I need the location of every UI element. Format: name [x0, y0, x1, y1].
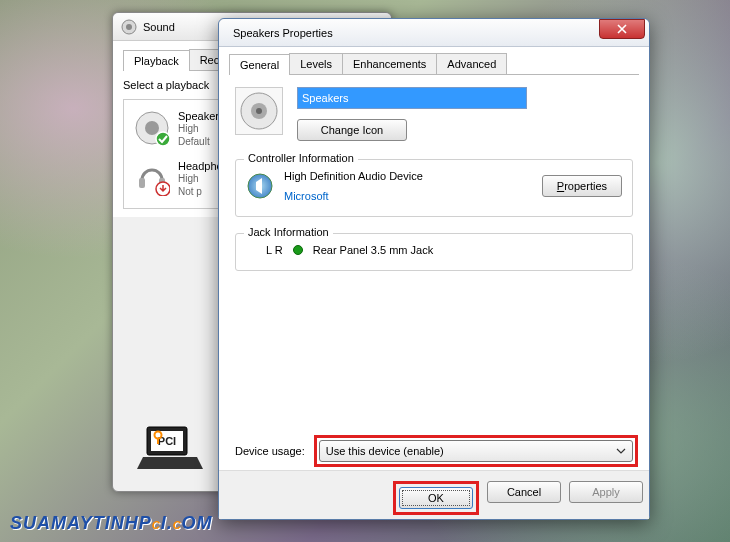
speakers-device-icon	[134, 110, 170, 146]
watermark-laptop-icon: PCI	[135, 422, 205, 477]
vendor-link[interactable]: Microsoft	[284, 190, 532, 202]
tab-advanced[interactable]: Advanced	[436, 53, 507, 74]
tab-levels[interactable]: Levels	[289, 53, 343, 74]
ok-button[interactable]: OK	[399, 487, 473, 509]
svg-point-3	[145, 121, 159, 135]
jack-desc: Rear Panel 3.5 mm Jack	[313, 244, 433, 256]
cancel-button[interactable]: Cancel	[487, 481, 561, 503]
controller-legend: Controller Information	[244, 152, 358, 164]
tab-enhancements[interactable]: Enhancements	[342, 53, 437, 74]
svg-point-1	[126, 24, 132, 30]
controller-properties-button[interactable]: Properties	[542, 175, 622, 197]
jack-legend: Jack Information	[244, 226, 333, 238]
tab-playback[interactable]: Playback	[123, 50, 190, 71]
close-icon	[616, 24, 628, 34]
tab-general[interactable]: General	[229, 54, 290, 75]
chevron-down-icon	[616, 448, 626, 454]
jack-color-dot	[293, 245, 303, 255]
headphones-device-icon	[134, 160, 170, 196]
audio-device-icon	[246, 172, 274, 200]
sound-title: Sound	[143, 21, 175, 33]
svg-rect-5	[139, 178, 145, 188]
device-icon-preview	[235, 87, 283, 135]
dialog-button-row: OK Cancel Apply	[219, 470, 649, 519]
svg-point-4	[156, 132, 170, 146]
watermark-text: SUAMAYTINHPCI.COM	[10, 513, 213, 534]
props-tabs: General Levels Enhancements Advanced	[229, 53, 639, 75]
close-button[interactable]	[599, 19, 645, 39]
controller-name: High Definition Audio Device	[284, 170, 532, 182]
device-name-input[interactable]	[297, 87, 527, 109]
svg-point-12	[256, 108, 262, 114]
speaker-icon	[121, 19, 137, 35]
props-title: Speakers Properties	[233, 27, 333, 39]
controller-info-group: Controller Information High Definition A…	[235, 159, 633, 217]
jack-info-group: Jack Information L R Rear Panel 3.5 mm J…	[235, 233, 633, 271]
speakers-properties-window: Speakers Properties General Levels Enhan…	[218, 18, 650, 520]
apply-button[interactable]: Apply	[569, 481, 643, 503]
device-usage-dropdown[interactable]: Use this device (enable)	[319, 440, 633, 462]
props-titlebar[interactable]: Speakers Properties	[219, 19, 649, 47]
device-usage-label: Device usage:	[235, 445, 305, 457]
change-icon-button[interactable]: Change Icon	[297, 119, 407, 141]
jack-channels: L R	[266, 244, 283, 256]
usage-value: Use this device (enable)	[326, 445, 444, 457]
